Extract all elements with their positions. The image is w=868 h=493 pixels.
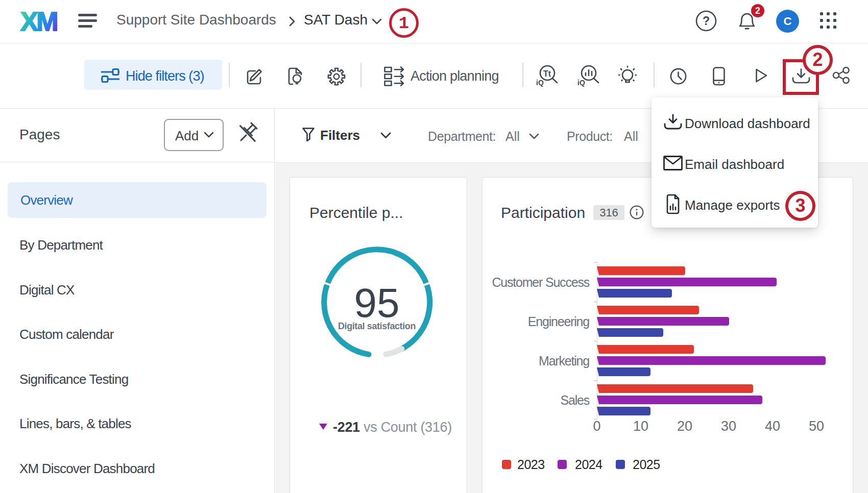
svg-text:10: 10 <box>633 418 648 434</box>
svg-text:iQ: iQ <box>577 79 585 87</box>
svg-text:Customer Success: Customer Success <box>492 275 589 289</box>
svg-text:?: ? <box>703 14 710 28</box>
svg-text:iQ: iQ <box>536 79 544 87</box>
svg-text:XM: XM <box>20 9 57 34</box>
svg-text:50: 50 <box>809 418 824 434</box>
svg-text:Engineering: Engineering <box>528 314 590 329</box>
svg-text:Sales: Sales <box>560 393 589 407</box>
svg-text:Tt: Tt <box>543 69 551 78</box>
svg-text:Marketing: Marketing <box>539 354 589 368</box>
svg-text:20: 20 <box>677 418 692 434</box>
svg-text:0: 0 <box>593 418 600 434</box>
svg-text:40: 40 <box>765 418 780 434</box>
svg-text:30: 30 <box>721 418 736 434</box>
